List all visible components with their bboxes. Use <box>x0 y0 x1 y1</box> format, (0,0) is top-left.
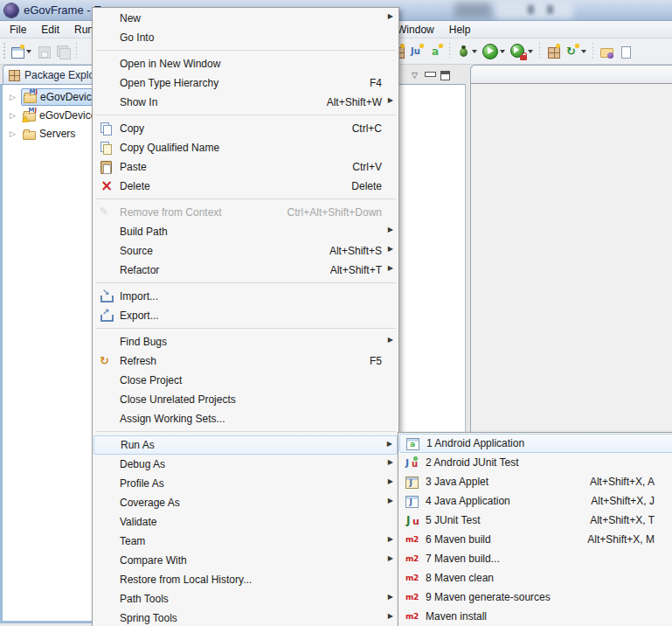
tree-item-body: MJeGovDevice <box>21 108 100 123</box>
dropdown-caret-icon[interactable] <box>528 50 533 53</box>
menu-separator <box>94 280 398 287</box>
toolbar-button-run[interactable] <box>480 42 508 61</box>
menu-item-label: 7 Maven build... <box>426 553 500 565</box>
menu-item-label: Close Project <box>120 374 182 386</box>
dropdown-caret-icon[interactable] <box>472 50 477 53</box>
expand-arrow-icon[interactable]: ▷ <box>10 129 21 138</box>
menu-item-1-android-application[interactable]: 1 Android Application <box>399 434 672 453</box>
toolbar-drag-handle[interactable] <box>2 43 6 60</box>
menu-item-find-bugs[interactable]: Find Bugs▶ <box>94 332 398 351</box>
maven-icon <box>405 532 419 546</box>
tree-item-label: eGovDevice <box>40 91 97 103</box>
menu-item-label: 2 Android JUnit Test <box>426 456 519 469</box>
menu-item-coverage-as[interactable]: Coverage As▶ <box>94 493 398 512</box>
menu-item-import[interactable]: Import... <box>94 287 398 306</box>
copy-qualified-icon <box>99 141 113 155</box>
toolbar-button-doc-cut[interactable] <box>616 43 635 60</box>
menu-item-label: Open in New Window <box>120 58 220 70</box>
blurred-window-button <box>528 5 534 14</box>
eclipse-logo-icon <box>4 3 18 17</box>
toolbar-button-run-lock[interactable] <box>508 42 536 61</box>
menu-item-show-in[interactable]: Show InAlt+Shift+W▶ <box>94 93 398 112</box>
dropdown-caret-icon[interactable] <box>500 50 505 53</box>
menu-item-label: Import... <box>120 290 158 303</box>
menu-item-copy-qualified-name[interactable]: Copy Qualified Name <box>94 138 398 157</box>
menu-item-shortcut: Ctrl+C <box>352 122 394 135</box>
expand-arrow-icon[interactable]: ▷ <box>10 111 21 120</box>
menu-item-label: Profile As <box>120 477 164 490</box>
menu-item-9-maven-generate-sources[interactable]: 9 Maven generate-sources <box>399 588 672 607</box>
menu-item-open-in-new-window[interactable]: Open in New Window <box>94 54 398 73</box>
menubar-item-file[interactable]: File <box>4 22 31 38</box>
maximize-view-icon[interactable] <box>440 71 450 80</box>
menubar-item-help[interactable]: Help <box>444 22 476 38</box>
dropdown-caret-icon[interactable] <box>26 50 31 53</box>
menu-item-delete[interactable]: DeleteDelete <box>94 177 398 196</box>
menu-item-label: New <box>120 12 141 24</box>
menu-item-remove-from-context: Remove from ContextCtrl+Alt+Shift+Down <box>94 203 398 222</box>
menu-item-go-into[interactable]: Go Into <box>94 28 398 47</box>
android-app-icon <box>405 436 419 450</box>
menu-item-refresh[interactable]: RefreshF5 <box>94 351 398 371</box>
new-package-icon <box>546 45 560 59</box>
menu-item-team[interactable]: Team▶ <box>94 532 398 551</box>
toolbar-button-new-package[interactable] <box>544 43 563 60</box>
toolbar-button-sync-star[interactable] <box>563 43 589 60</box>
menu-item-build-path[interactable]: Build Path▶ <box>94 222 398 241</box>
menu-item-copy[interactable]: CopyCtrl+C <box>94 119 398 138</box>
menu-item-assign-working-sets[interactable]: Assign Working Sets... <box>94 409 398 428</box>
toolbar-button-folder-purple[interactable] <box>597 43 616 60</box>
expand-arrow-icon[interactable]: ▷ <box>10 93 21 101</box>
menu-item-shortcut: Alt+Shift+S <box>329 245 394 257</box>
minimize-view-icon[interactable] <box>425 72 434 80</box>
blank-icon <box>99 534 113 548</box>
menu-item-6-maven-build[interactable]: 6 Maven buildAlt+Shift+X, M <box>399 530 672 549</box>
menu-item-8-maven-clean[interactable]: 8 Maven clean <box>399 568 672 588</box>
menu-item-close-unrelated-projects[interactable]: Close Unrelated Projects <box>94 390 398 409</box>
menu-item-label: 6 Maven build <box>426 533 491 546</box>
editor-tab-strip <box>471 66 672 84</box>
menu-item-path-tools[interactable]: Path Tools▶ <box>94 589 398 609</box>
menu-item-4-java-application[interactable]: 4 Java ApplicationAlt+Shift+X, J <box>399 491 672 511</box>
menu-item-7-maven-build[interactable]: 7 Maven build... <box>399 549 672 568</box>
toolbar-button-new-wizard[interactable] <box>8 43 34 60</box>
view-menu-icon[interactable]: ▽ <box>412 71 418 80</box>
menu-item-3-java-applet[interactable]: 3 Java AppletAlt+Shift+X, A <box>399 472 672 491</box>
import-icon <box>99 289 113 303</box>
menu-item-paste[interactable]: PasteCtrl+V <box>94 157 398 177</box>
menu-item-profile-as[interactable]: Profile As▶ <box>94 474 398 493</box>
menu-item-new[interactable]: New▶ <box>94 9 398 28</box>
submenu-arrow-icon: ▶ <box>388 264 393 272</box>
menu-item-open-type-hierarchy[interactable]: Open Type HierarchyF4 <box>94 73 398 93</box>
refresh-icon <box>99 354 113 368</box>
toolbar-button-new-android[interactable] <box>426 43 446 60</box>
menu-item-debug-as[interactable]: Debug As▶ <box>94 455 398 474</box>
menu-item-run-as[interactable]: Run As▶ <box>94 435 398 455</box>
submenu-arrow-icon: ▶ <box>388 477 393 485</box>
toolbar-button-new-junit[interactable] <box>407 43 426 60</box>
dropdown-caret-icon[interactable] <box>581 50 586 53</box>
submenu-arrow-icon: ▶ <box>388 497 393 504</box>
menu-item-shortcut: Delete <box>351 180 394 192</box>
blurred-window-button <box>547 5 553 14</box>
toolbar-button-bug[interactable] <box>454 43 480 60</box>
menu-item-2-android-junit-test[interactable]: 2 Android JUnit Test <box>399 453 672 472</box>
menu-item-close-project[interactable]: Close Project <box>94 371 398 390</box>
menu-item-export[interactable]: Export... <box>94 306 398 325</box>
menu-item-source[interactable]: SourceAlt+Shift+S▶ <box>94 241 398 261</box>
submenu-arrow-icon: ▶ <box>387 440 392 448</box>
menubar-item-edit[interactable]: Edit <box>36 22 65 38</box>
package-explorer-icon <box>8 69 20 81</box>
menu-item-spring-tools[interactable]: Spring Tools▶ <box>94 609 398 626</box>
menu-item-maven-install[interactable]: Maven install <box>399 607 672 626</box>
menu-item-validate[interactable]: Validate <box>94 512 398 532</box>
maven-icon <box>405 609 419 623</box>
menu-item-label: Coverage As <box>120 497 180 509</box>
remove-context-icon <box>99 205 113 219</box>
blank-icon <box>99 573 113 587</box>
menu-item-refactor[interactable]: RefactorAlt+Shift+T▶ <box>94 261 398 280</box>
menu-item-restore-from-local-history[interactable]: Restore from Local History... <box>94 570 398 589</box>
menu-item-compare-with[interactable]: Compare With▶ <box>94 551 398 570</box>
menu-item-5-junit-test[interactable]: 5 JUnit TestAlt+Shift+X, T <box>399 511 672 530</box>
folder-icon <box>22 127 36 141</box>
